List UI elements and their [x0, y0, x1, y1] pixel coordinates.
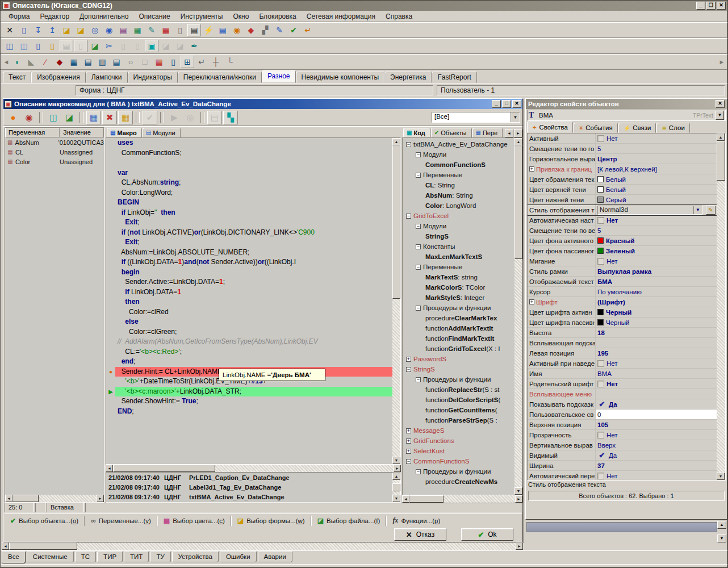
- toolbar1-delete-button[interactable]: ✕: [3, 24, 16, 36]
- macro-filter-combobox[interactable]: [Все]▼: [432, 112, 520, 123]
- toolbar2-send-back-button[interactable]: ◫: [17, 40, 31, 52]
- tree-item[interactable]: AbsNum : String: [403, 190, 514, 201]
- property-row[interactable]: +Шрифт(Шрифт): [528, 297, 717, 307]
- macro-toolbar-calculator-button[interactable]: ▦: [118, 111, 133, 124]
- property-value[interactable]: ✔Да: [596, 450, 717, 460]
- toolbar1-page-button[interactable]: ▯: [173, 24, 187, 36]
- property-value[interactable]: 105: [596, 420, 717, 429]
- property-row[interactable]: Цвет фона активногоКрасный: [528, 236, 717, 246]
- property-row[interactable]: Верхняя позиция105: [528, 420, 717, 430]
- toolbar1-image-button[interactable]: ▦: [131, 24, 144, 36]
- lower-mini-scrollbar[interactable]: ▲ ▼: [717, 521, 726, 542]
- signal-tab-9[interactable]: Аварии: [258, 552, 292, 562]
- menu-item-2[interactable]: Редактор: [35, 11, 74, 22]
- tree-expand-icon[interactable]: −: [416, 469, 421, 474]
- tree-item[interactable]: −Процедуры и функции: [403, 374, 514, 385]
- scroll-left-icon[interactable]: ◄: [2, 542, 9, 550]
- variable-row[interactable]: ▦ColorUnassigned: [5, 157, 104, 166]
- signal-tab-2[interactable]: Системные: [27, 552, 74, 562]
- tree-item[interactable]: MarkStyleS : Integer: [403, 293, 514, 303]
- property-row[interactable]: Высота18: [528, 328, 717, 338]
- restore-button[interactable]: ❐: [706, 2, 716, 10]
- scroll-left-icon[interactable]: ◄: [106, 465, 113, 472]
- variables-col-value[interactable]: Значение: [60, 128, 104, 137]
- toolbar3-frame-button[interactable]: □: [138, 56, 152, 68]
- toolbar1-refresh-button[interactable]: ↵: [301, 24, 315, 36]
- property-value[interactable]: (Шрифт): [596, 297, 717, 307]
- tree-expand-icon[interactable]: +: [406, 357, 411, 362]
- component-tab-8[interactable]: Энергетика: [384, 72, 432, 83]
- property-row[interactable]: Цвет нижней тениСерый: [528, 195, 717, 205]
- component-tab-7[interactable]: Невидимые компоненты: [296, 72, 385, 83]
- log-row[interactable]: 21/02/08 09:17:40ЦДНГtxtBMA_Active_Ev_Da…: [106, 492, 392, 502]
- component-tab-6[interactable]: Разное: [262, 70, 296, 83]
- variables-hscrollbar[interactable]: ◄ ►: [5, 495, 104, 502]
- property-vscrollbar[interactable]: ▲ ▼: [717, 133, 725, 480]
- toolbar3-calendar-button[interactable]: ▦: [152, 56, 166, 68]
- property-row[interactable]: АктивныйНет: [528, 133, 717, 144]
- property-value[interactable]: [К левой,К верхней]: [596, 164, 717, 174]
- property-value[interactable]: Normal3d▼✎: [596, 205, 717, 215]
- tree-expand-icon[interactable]: −: [416, 152, 421, 157]
- property-value[interactable]: БМА: [596, 277, 717, 286]
- toolbar3-diamond-button[interactable]: ◆: [53, 56, 66, 68]
- property-value[interactable]: 5: [596, 225, 717, 235]
- toolbar1-pen-button[interactable]: ✎: [273, 24, 286, 36]
- tree-item[interactable]: +GridFunctions: [403, 436, 514, 446]
- tab-scroll-left-icon[interactable]: ◄: [505, 129, 513, 137]
- toolbar1-structure-button[interactable]: ▞: [258, 24, 272, 36]
- toolbar3-curve-button[interactable]: ↵: [195, 56, 208, 68]
- tree-expand-icon[interactable]: −: [416, 265, 421, 270]
- cancel-button[interactable]: ✕ Отказ: [394, 528, 446, 541]
- breakpoint-icon[interactable]: ●: [106, 367, 115, 377]
- property-row[interactable]: Отображаемый текстБМА: [528, 277, 717, 287]
- toolbar3-line-button[interactable]: ∕: [39, 56, 52, 68]
- menu-item-7[interactable]: Блокировка: [254, 11, 300, 22]
- toolbar3-balloon-button[interactable]: ◗: [10, 56, 24, 68]
- toolbar1-help-donut-button[interactable]: ◉: [230, 24, 244, 36]
- exec-arrow-icon[interactable]: ▶: [106, 387, 115, 397]
- property-value[interactable]: Выпуклая рамка: [596, 266, 717, 276]
- property-value[interactable]: Нет: [596, 358, 717, 368]
- helper-button-o[interactable]: ✔Выбор объекта...(o): [5, 515, 84, 527]
- toolbar2-bring-front-button[interactable]: ◫: [3, 40, 16, 52]
- checkbox-unchecked-icon[interactable]: [597, 381, 604, 387]
- variables-col-name[interactable]: Переменная: [5, 128, 60, 137]
- object-selector[interactable]: T BMA TPrText ▼: [527, 110, 726, 121]
- tree-item[interactable]: function ReplaceStr(S : st: [403, 385, 514, 395]
- toolbar1-favorites-button[interactable]: ◆: [244, 24, 258, 36]
- checkbox-unchecked-icon[interactable]: [597, 217, 604, 224]
- property-value[interactable]: [596, 389, 717, 399]
- checkbox-unchecked-icon[interactable]: [597, 473, 604, 479]
- tree-item[interactable]: procedure CreateNewMs: [403, 477, 514, 487]
- property-value[interactable]: ✔Да: [596, 399, 717, 409]
- tree-item[interactable]: Color : LongWord: [403, 201, 514, 211]
- toolbar1-report-button[interactable]: ▦: [159, 24, 173, 36]
- property-tab-3[interactable]: ⚡Связи: [618, 123, 656, 133]
- property-row[interactable]: Цвет шрифта пассивнЧерный: [528, 318, 717, 328]
- toolbar1-spell-check-button[interactable]: ✔: [287, 24, 300, 36]
- tree-vscrollbar[interactable]: ▲ ▼: [514, 138, 522, 495]
- component-tab-4[interactable]: Индикаторы: [128, 72, 178, 83]
- property-editor-close-button[interactable]: ✕: [716, 100, 725, 108]
- expand-icon[interactable]: +: [529, 299, 534, 304]
- user-field[interactable]: Пользователь - 1: [437, 85, 725, 95]
- property-value[interactable]: Нет: [596, 256, 717, 266]
- toolbar2-rotate-button[interactable]: ◪: [159, 40, 173, 52]
- tree-item[interactable]: −CommonFunctionS: [403, 456, 514, 466]
- toolbar1-insert-object-button[interactable]: ▤: [116, 24, 130, 36]
- toolbar2-copy-button[interactable]: ▯: [31, 40, 45, 52]
- minimize-button[interactable]: _: [696, 2, 705, 10]
- toolbar1-open-from-button[interactable]: ◪: [74, 24, 87, 36]
- code-vscrollbar[interactable]: ▲ ▼: [392, 138, 400, 464]
- property-value[interactable]: Нет: [596, 430, 717, 440]
- tree-item[interactable]: function DelColorScriptS(: [403, 395, 514, 405]
- macro-minimize-button[interactable]: _: [492, 100, 501, 108]
- tree-expand-icon[interactable]: +: [406, 449, 411, 454]
- toolbar3-table-button[interactable]: ▦: [67, 56, 81, 68]
- scroll-up-icon[interactable]: ▲: [392, 138, 400, 145]
- macro-toolbar-breakpoint-ball-button[interactable]: ●: [6, 111, 20, 124]
- ok-button[interactable]: ✔ Ok: [461, 528, 513, 541]
- tree-tab-3[interactable]: ▦Пере: [472, 128, 503, 137]
- signal-tab-7[interactable]: Устройства: [172, 552, 219, 562]
